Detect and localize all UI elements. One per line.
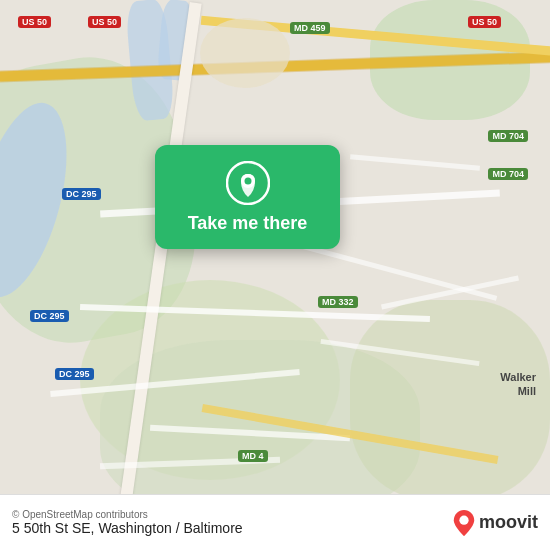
label-md4: MD 4 [238, 450, 268, 462]
location-pin-icon [226, 161, 270, 205]
map-container: US 50 US 50 US 50 MD 459 MD 704 MD 704 D… [0, 0, 550, 550]
bottom-bar-info: © OpenStreetMap contributors 5 50th St S… [12, 509, 243, 536]
label-md459: MD 459 [290, 22, 330, 34]
label-us50-1: US 50 [18, 16, 51, 28]
label-dc295-2: DC 295 [30, 310, 69, 322]
moovit-brand-text: moovit [479, 512, 538, 533]
label-us50-2: US 50 [88, 16, 121, 28]
label-md704-1: MD 704 [488, 130, 528, 142]
moovit-logo: moovit [453, 510, 538, 536]
label-md704-2: MD 704 [488, 168, 528, 180]
label-dc295-1: DC 295 [62, 188, 101, 200]
osm-attribution: © OpenStreetMap contributors [12, 509, 243, 520]
interchange-circle [200, 18, 290, 88]
label-us50-3: US 50 [468, 16, 501, 28]
label-walker-mill: WalkerMill [500, 370, 536, 399]
label-dc295-3: DC 295 [55, 368, 94, 380]
take-me-there-label: Take me there [188, 213, 308, 235]
svg-point-4 [459, 515, 468, 524]
take-me-there-popup[interactable]: Take me there [155, 145, 340, 249]
park-southeast [350, 300, 550, 500]
bottom-bar: © OpenStreetMap contributors 5 50th St S… [0, 494, 550, 550]
svg-point-3 [244, 178, 251, 185]
address-text: 5 50th St SE, Washington / Baltimore [12, 520, 243, 536]
label-md332: MD 332 [318, 296, 358, 308]
moovit-pin-icon [453, 510, 475, 536]
